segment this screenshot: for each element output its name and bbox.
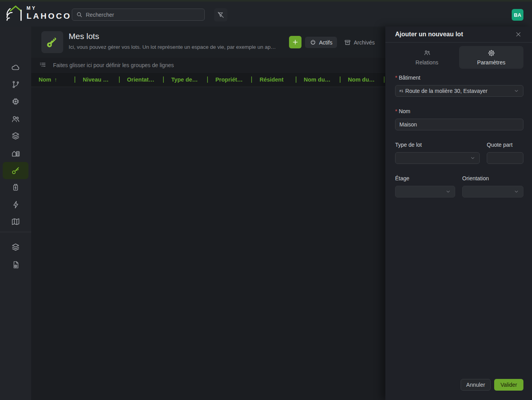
building-meter-icon: [11, 148, 21, 158]
grid-column-header[interactable]: Nom du…: [340, 73, 385, 87]
key-icon: [46, 36, 59, 49]
add-lot-button[interactable]: [289, 36, 301, 48]
grid-body-empty[interactable]: [31, 87, 385, 400]
sidebar-item-invoices[interactable]: [0, 258, 31, 271]
cloud-icon: [11, 63, 20, 72]
nom-field[interactable]: [395, 119, 523, 130]
filter-slash-icon: [217, 11, 225, 19]
relations-icon: [423, 49, 431, 57]
type-de-lot-label: Type de lot: [395, 142, 422, 148]
required-asterisk: *: [395, 75, 397, 81]
batiment-select[interactable]: #1 Route de la molière 30, Estavayer: [395, 85, 523, 97]
filter-archives-label: Archivés: [354, 39, 375, 46]
close-panel-button[interactable]: [514, 30, 523, 39]
grid-column-header[interactable]: Orientat…: [120, 73, 164, 87]
layers-icon: [11, 131, 20, 140]
tab-parametres[interactable]: Paramètres: [459, 46, 523, 69]
submit-button[interactable]: Valider: [494, 379, 523, 391]
archive-icon: [344, 39, 351, 46]
type-de-lot-select[interactable]: [395, 152, 480, 164]
main-content: Mes lots Ici, vous pouvez gérer vos lots…: [31, 27, 385, 400]
grid-column-header[interactable]: Nom du…: [296, 73, 340, 87]
orientation-select[interactable]: [462, 186, 523, 197]
gear-icon: [488, 49, 495, 57]
user-avatar[interactable]: BA: [512, 9, 523, 21]
search-input[interactable]: [86, 12, 200, 18]
row-group-drop-zone[interactable]: Faites glisser ici pour définir les grou…: [31, 58, 385, 73]
chevron-down-icon: [470, 155, 475, 161]
sidebar-item-building-meter[interactable]: [0, 146, 31, 160]
key-icon: [11, 166, 20, 175]
sidebar-item-users[interactable]: [0, 112, 31, 126]
grid-column-header[interactable]: Résident: [252, 73, 296, 87]
panel-title: Ajouter un nouveau lot: [395, 31, 463, 38]
add-lot-panel: Ajouter un nouveau lot Relations Paramèt…: [385, 27, 532, 400]
global-search[interactable]: [72, 9, 205, 21]
git-branch-icon: [11, 80, 20, 89]
chevron-down-icon: [445, 189, 451, 194]
tab-relations[interactable]: Relations: [395, 46, 459, 69]
sort-asc-icon: ↑: [54, 76, 57, 83]
logo-brand: LAHOCO: [27, 12, 71, 20]
sidebar-item-lots[interactable]: [3, 162, 28, 179]
quote-part-label: Quote part: [487, 142, 512, 148]
nom-label: *Nom: [395, 108, 410, 114]
battery-icon: [11, 183, 20, 192]
orientation-label: Orientation: [462, 175, 489, 181]
grid-column-header[interactable]: Nom↑: [31, 73, 75, 87]
clear-filters-button[interactable]: [214, 8, 227, 21]
invoice-icon: [11, 260, 20, 269]
sidebar-item-cloud[interactable]: [0, 61, 31, 74]
panel-tabs: Relations Paramètres: [395, 46, 523, 69]
sidebar-item-layers-alt[interactable]: [0, 240, 31, 254]
logo-my: MY: [27, 6, 71, 11]
power-icon: [310, 39, 316, 46]
panel-header: Ajouter un nouveau lot: [385, 27, 532, 43]
sidebar-divider: [0, 232, 31, 232]
quote-part-input[interactable]: [491, 155, 519, 161]
cancel-button[interactable]: Annuler: [461, 379, 491, 391]
users-icon: [11, 114, 20, 124]
plus-icon: [292, 39, 299, 46]
quote-part-field[interactable]: [487, 152, 523, 164]
sidebar-item-energy[interactable]: [0, 198, 31, 211]
nom-input[interactable]: [399, 121, 519, 128]
etage-label: Étage: [395, 175, 410, 181]
batiment-tag: #1: [399, 89, 403, 93]
page-subtitle: Ici, vous pouvez gérer vos lots. Un lot …: [69, 44, 287, 50]
page-icon-tile: [41, 31, 63, 53]
filter-actifs-label: Actifs: [319, 39, 332, 46]
chevron-down-icon: [514, 88, 519, 94]
sidebar-item-map[interactable]: [0, 215, 31, 228]
grid-column-header[interactable]: Propriét…: [208, 73, 252, 87]
filter-actifs-button[interactable]: Actifs: [305, 37, 337, 48]
tab-relations-label: Relations: [415, 59, 438, 66]
page-header: Mes lots Ici, vous pouvez gérer vos lots…: [31, 27, 385, 58]
chip-icon: [11, 97, 20, 106]
search-icon: [76, 11, 83, 18]
etage-select[interactable]: [395, 186, 455, 197]
sidebar-item-devices[interactable]: [0, 95, 31, 108]
logo-text: MY LAHOCO: [27, 6, 71, 20]
close-icon: [515, 31, 521, 37]
sidebar-item-network[interactable]: [0, 78, 31, 91]
sidebar-item-layers[interactable]: [0, 129, 31, 142]
lots-grid: Faites glisser ici pour définir les grou…: [31, 58, 385, 400]
layers-alt-icon: [11, 242, 20, 252]
grid-column-header[interactable]: Niveau …: [75, 73, 119, 87]
filter-archives-button[interactable]: Archivés: [339, 37, 379, 48]
app-root: MY LAHOCO BA: [0, 0, 532, 400]
grid-column-header[interactable]: Type de…: [164, 73, 208, 87]
map-icon: [11, 217, 20, 226]
batiment-value: Route de la molière 30, Estavayer: [405, 88, 488, 94]
batiment-label: *Bâtiment: [395, 75, 420, 81]
sidebar: [0, 27, 31, 400]
group-rows-icon: [39, 61, 46, 69]
lahoco-house-icon: [5, 4, 23, 22]
app-logo[interactable]: MY LAHOCO: [5, 4, 71, 22]
sidebar-item-battery[interactable]: [0, 181, 31, 194]
required-asterisk: *: [395, 108, 397, 114]
row-group-hint: Faites glisser ici pour définir les grou…: [53, 62, 174, 68]
bolt-icon: [11, 200, 20, 209]
page-title: Mes lots: [69, 32, 99, 41]
